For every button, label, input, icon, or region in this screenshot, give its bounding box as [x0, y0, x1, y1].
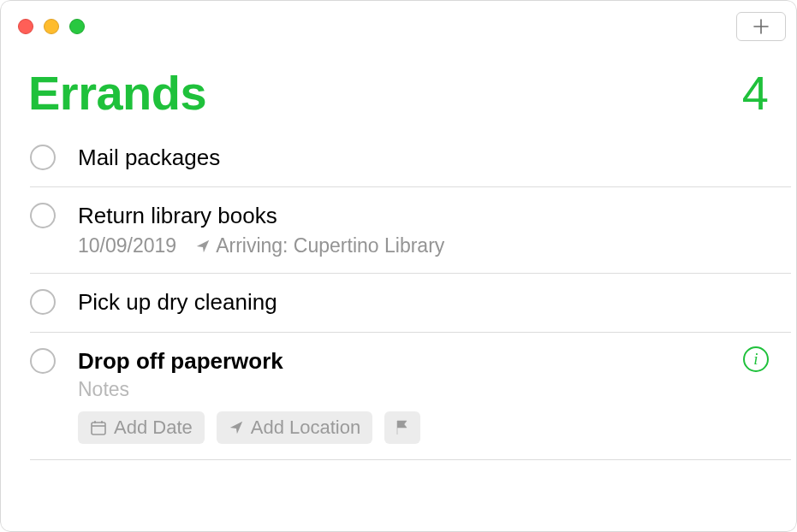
window-controls [18, 19, 85, 34]
reminder-location: Arriving: Cupertino Library [195, 234, 444, 257]
info-icon: i [753, 350, 758, 369]
plus-icon [752, 18, 770, 35]
add-location-label: Add Location [251, 417, 360, 439]
complete-toggle[interactable] [30, 289, 56, 315]
list-title: Errands [28, 69, 206, 117]
reminder-body: Mail packages [78, 145, 791, 171]
reminder-title[interactable]: Return library books [78, 203, 765, 229]
list-header: Errands 4 [1, 44, 796, 129]
reminder-title[interactable]: Pick up dry cleaning [78, 289, 765, 316]
reminder-location-label: Arriving: Cupertino Library [216, 234, 444, 257]
flag-icon [395, 419, 410, 436]
reminder-title[interactable]: Mail packages [78, 145, 765, 171]
complete-toggle[interactable] [30, 203, 56, 228]
quick-actions: Add Date Add Location [78, 411, 765, 444]
reminder-list: Mail packages Return library books 10/09… [1, 129, 796, 460]
location-arrow-icon [229, 420, 244, 435]
window-close-button[interactable] [18, 19, 33, 34]
reminder-item-selected[interactable]: Drop off paperwork Notes Add Date Add Lo… [30, 333, 791, 460]
add-location-chip[interactable]: Add Location [217, 411, 372, 444]
reminder-item[interactable]: Mail packages [30, 129, 791, 187]
location-arrow-icon [195, 239, 211, 254]
reminder-body: Pick up dry cleaning [78, 289, 791, 316]
list-count: 4 [742, 69, 769, 117]
svg-rect-0 [92, 423, 105, 434]
add-reminder-button[interactable] [736, 12, 786, 41]
reminders-window: Errands 4 Mail packages Return library b… [0, 0, 797, 532]
reminder-title[interactable]: Drop off paperwork [78, 348, 765, 375]
flag-chip[interactable] [384, 411, 420, 444]
reminder-item[interactable]: Return library books 10/09/2019 Arriving… [30, 187, 791, 274]
add-date-label: Add Date [114, 417, 193, 439]
calendar-icon [90, 419, 107, 436]
info-button[interactable]: i [743, 346, 769, 372]
notes-field[interactable]: Notes [78, 378, 765, 401]
complete-toggle[interactable] [30, 348, 56, 374]
reminder-date: 10/09/2019 [78, 234, 176, 257]
window-minimize-button[interactable] [44, 19, 59, 34]
reminder-meta: 10/09/2019 Arriving: Cupertino Library [78, 234, 765, 257]
complete-toggle[interactable] [30, 145, 56, 170]
reminder-body: Drop off paperwork Notes Add Date Add Lo… [78, 348, 791, 444]
titlebar [1, 1, 796, 44]
window-zoom-button[interactable] [69, 19, 85, 34]
reminder-item[interactable]: Pick up dry cleaning [30, 274, 791, 332]
reminder-body: Return library books 10/09/2019 Arriving… [78, 203, 791, 257]
add-date-chip[interactable]: Add Date [78, 411, 205, 444]
